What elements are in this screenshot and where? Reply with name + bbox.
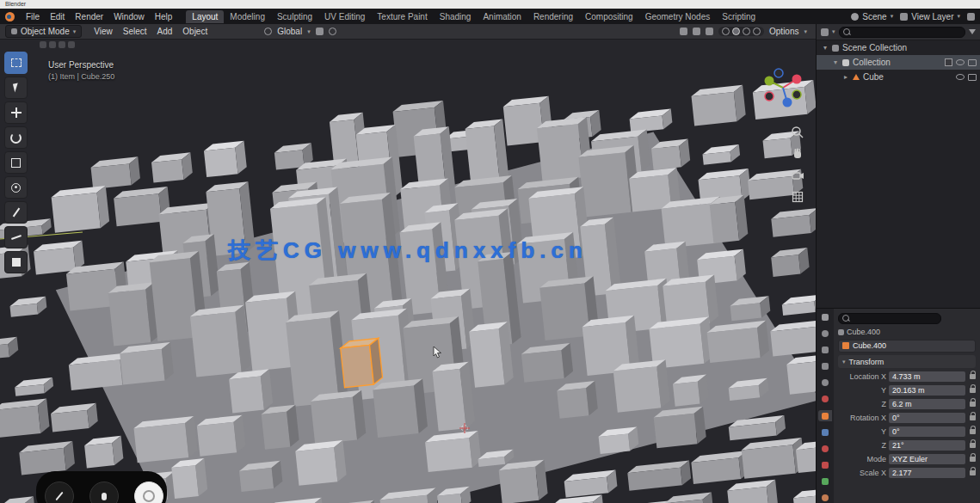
solid-shading-icon[interactable] <box>732 28 740 35</box>
orientation-dropdown[interactable]: Global <box>277 27 302 36</box>
scale-tool-button[interactable] <box>4 151 28 174</box>
viewport-menu-add[interactable]: Add <box>152 27 178 36</box>
blender-logo-icon[interactable] <box>5 12 15 21</box>
annotate-tool-button[interactable] <box>4 201 28 224</box>
workspace-tab-geometry-nodes[interactable]: Geometry Nodes <box>639 10 717 23</box>
pan-hand-icon[interactable] <box>791 147 804 161</box>
box-select-tool-button[interactable] <box>4 52 28 74</box>
measure-tool-button[interactable] <box>4 226 28 248</box>
location-z-field[interactable]: 6.2 m <box>889 399 965 409</box>
menu-help[interactable]: Help <box>150 12 178 21</box>
mode-dropdown[interactable]: Object Mode ▾ <box>5 25 82 38</box>
tab-render[interactable] <box>818 328 832 339</box>
workspace-tab-shading[interactable]: Shading <box>434 10 478 23</box>
tool-option-icon[interactable] <box>49 41 56 48</box>
disclosure-icon[interactable]: ▾ <box>822 44 829 52</box>
material-preview-icon[interactable] <box>743 28 750 35</box>
lock-icon[interactable] <box>970 443 976 448</box>
rotate-tool-button[interactable] <box>4 126 28 149</box>
workspace-tab-modeling[interactable]: Modeling <box>224 10 271 23</box>
3d-viewport[interactable]: Object Mode ▾ View Select Add Object Glo… <box>0 24 816 503</box>
snap-magnet-icon[interactable] <box>316 28 324 35</box>
tool-option-icon[interactable] <box>59 41 65 48</box>
menu-window[interactable]: Window <box>108 12 150 21</box>
editor-type-icon[interactable] <box>821 28 829 36</box>
tab-tool[interactable] <box>818 312 832 322</box>
tab-modifiers[interactable] <box>818 427 832 438</box>
menu-edit[interactable]: Edit <box>45 12 70 21</box>
render-camera-icon[interactable] <box>968 59 977 66</box>
cursor-tool-button[interactable] <box>4 77 28 99</box>
tool-option-icon[interactable] <box>68 41 75 48</box>
disclosure-icon[interactable]: ▾ <box>832 58 839 66</box>
workspace-tab-sculpting[interactable]: Sculpting <box>271 10 318 23</box>
navigation-gizmo[interactable] <box>759 64 807 115</box>
viewport-menu-object[interactable]: Object <box>177 27 213 36</box>
rendered-shading-icon[interactable] <box>753 28 761 35</box>
tool-option-icon[interactable] <box>40 41 46 48</box>
editor-settings-icon[interactable] <box>967 13 975 21</box>
outliner-search[interactable] <box>839 27 965 38</box>
workspace-tab-rendering[interactable]: Rendering <box>527 10 579 23</box>
workspace-tab-scripting[interactable]: Scripting <box>716 10 761 23</box>
x-ray-toggle-icon[interactable] <box>706 28 713 35</box>
workspace-tab-animation[interactable]: Animation <box>477 10 527 23</box>
viewport-menu-select[interactable]: Select <box>118 27 152 36</box>
move-tool-button[interactable] <box>4 101 28 124</box>
lock-icon[interactable] <box>970 374 976 379</box>
camera-view-icon[interactable] <box>791 169 804 182</box>
outliner-row-cube[interactable]: ▸ Cube <box>817 70 980 84</box>
viewport-menu-view[interactable]: View <box>89 27 118 36</box>
tab-physics[interactable] <box>818 444 832 454</box>
scale-x-field[interactable]: 2.177 <box>889 468 965 478</box>
transform-tool-button[interactable] <box>4 176 28 199</box>
outliner-row-scene-collection[interactable]: ▾ Scene Collection <box>817 40 980 55</box>
lock-icon[interactable] <box>970 470 976 475</box>
rotation-y-field[interactable]: 0° <box>889 426 965 437</box>
zoom-icon[interactable] <box>791 126 804 139</box>
tab-world[interactable] <box>818 394 832 404</box>
location-y-field[interactable]: 20.163 m <box>889 385 965 396</box>
rotation-x-field[interactable]: 0° <box>889 413 965 423</box>
lock-icon[interactable] <box>970 388 976 393</box>
tab-scene[interactable] <box>818 377 832 388</box>
hide-eye-icon[interactable] <box>956 74 965 80</box>
tab-view-layer[interactable] <box>818 361 832 371</box>
workspace-tab-compositing[interactable]: Compositing <box>579 10 639 23</box>
proportional-edit-icon[interactable] <box>329 28 336 35</box>
tab-material[interactable] <box>818 493 832 503</box>
lock-icon[interactable] <box>970 457 976 462</box>
tab-object-data[interactable] <box>818 476 832 487</box>
location-x-field[interactable]: 4.733 m <box>889 371 965 382</box>
lock-icon[interactable] <box>970 429 976 434</box>
workspace-tab-texture-paint[interactable]: Texture Paint <box>371 10 433 23</box>
workspace-tab-layout[interactable]: Layout <box>186 10 224 23</box>
disclosure-icon[interactable]: ▸ <box>842 73 849 81</box>
recorder-mic-button[interactable] <box>89 482 119 503</box>
grid-ortho-icon[interactable] <box>791 190 804 204</box>
recorder-pen-button[interactable] <box>45 482 74 503</box>
workspace-tab-uv-editing[interactable]: UV Editing <box>318 10 371 23</box>
view-layer-selector[interactable]: View Layer ▾ <box>900 12 960 21</box>
filter-funnel-icon[interactable] <box>969 29 976 34</box>
options-dropdown[interactable]: Options <box>769 27 798 36</box>
lock-icon[interactable] <box>970 415 976 420</box>
render-camera-icon[interactable] <box>968 74 977 81</box>
menu-render[interactable]: Render <box>70 12 108 21</box>
hide-eye-icon[interactable] <box>956 59 965 65</box>
menu-file[interactable]: File <box>21 12 45 21</box>
add-cube-tool-button[interactable] <box>4 251 28 273</box>
rotation-mode-field[interactable]: XYZ Euler <box>889 454 965 464</box>
exclude-checkbox-icon[interactable] <box>945 58 952 66</box>
scene-selector[interactable]: Scene ▾ <box>851 12 893 21</box>
rotation-z-field[interactable]: 21° <box>889 440 965 451</box>
show-gizmo-icon[interactable] <box>680 28 687 35</box>
tab-output[interactable] <box>818 345 832 355</box>
wireframe-shading-icon[interactable] <box>722 28 730 35</box>
object-name-field[interactable]: Cube.400 <box>838 340 976 353</box>
show-overlays-icon[interactable] <box>693 28 700 35</box>
recorder-stop-button[interactable] <box>134 482 163 503</box>
tab-constraints[interactable] <box>818 460 832 470</box>
tab-object[interactable] <box>818 410 832 420</box>
transform-section-header[interactable]: ▾ Transform <box>838 355 976 368</box>
